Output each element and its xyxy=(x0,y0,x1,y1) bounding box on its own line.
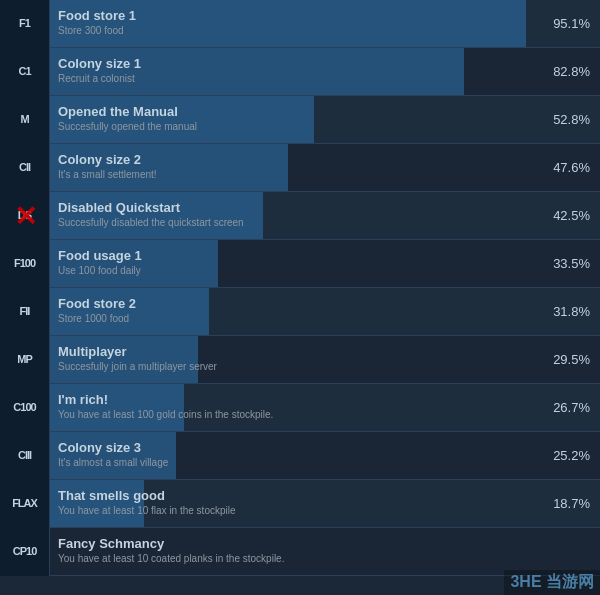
achievement-desc: It's almost a small village xyxy=(58,457,542,469)
achievement-row: C100I'm rich!You have at least 100 gold … xyxy=(0,384,600,432)
achievement-row: F100Food usage 1Use 100 food daily33.5% xyxy=(0,240,600,288)
achievement-icon: F1 xyxy=(0,0,50,48)
achievement-pct: 25.2% xyxy=(550,448,600,463)
achievement-pct: 82.8% xyxy=(550,64,600,79)
achievement-name: Opened the Manual xyxy=(58,104,542,121)
achievement-content: That smells goodYou have at least 10 fla… xyxy=(50,480,550,527)
achievement-name: Multiplayer xyxy=(58,344,542,361)
achievement-row: F1Food store 1Store 300 food95.1% xyxy=(0,0,600,48)
achievement-name: That smells good xyxy=(58,488,542,505)
achievement-content: Food store 1Store 300 food xyxy=(50,0,550,47)
achievement-desc: Succesfully opened the manual xyxy=(58,121,542,133)
achievement-pct: 31.8% xyxy=(550,304,600,319)
icon-label: F1 xyxy=(19,18,30,29)
icon-label: CIII xyxy=(18,450,31,461)
icon-label: MP xyxy=(17,354,32,365)
icon-label: C1 xyxy=(18,66,30,77)
achievement-icon: C100 xyxy=(0,384,50,432)
achievement-row: CIIColony size 2It's a small settlement!… xyxy=(0,144,600,192)
icon-label: CII xyxy=(19,162,30,173)
achievement-desc: Store 1000 food xyxy=(58,313,542,325)
achievement-icon: CP10 xyxy=(0,528,50,576)
achievement-desc: You have at least 100 gold coins in the … xyxy=(58,409,542,421)
achievement-icon: MP xyxy=(0,336,50,384)
achievement-content: I'm rich!You have at least 100 gold coin… xyxy=(50,384,550,431)
achievement-content: Disabled QuickstartSuccesfully disabled … xyxy=(50,192,550,239)
achievement-desc: It's a small settlement! xyxy=(58,169,542,181)
achievement-content: Opened the ManualSuccesfully opened the … xyxy=(50,96,550,143)
achievement-list: F1Food store 1Store 300 food95.1%C1Colon… xyxy=(0,0,600,576)
achievement-desc: You have at least 10 flax in the stockpi… xyxy=(58,505,542,517)
achievement-pct: 29.5% xyxy=(550,352,600,367)
achievement-pct: 33.5% xyxy=(550,256,600,271)
achievement-row: FIIFood store 2Store 1000 food31.8% xyxy=(0,288,600,336)
achievement-content: Food store 2Store 1000 food xyxy=(50,288,550,335)
achievement-desc: You have at least 10 coated planks in th… xyxy=(58,553,542,565)
achievement-content: Colony size 1Recruit a colonist xyxy=(50,48,550,95)
achievement-icon: CII xyxy=(0,144,50,192)
achievement-row: MPMultiplayerSuccesfully join a multipla… xyxy=(0,336,600,384)
achievement-pct: 26.7% xyxy=(550,400,600,415)
achievement-content: Fancy SchmancyYou have at least 10 coate… xyxy=(50,528,550,575)
achievement-row: FLAXThat smells goodYou have at least 10… xyxy=(0,480,600,528)
icon-label: FII xyxy=(20,306,30,317)
achievement-pct: 18.7% xyxy=(550,496,600,511)
achievement-desc: Succesfully disabled the quickstart scre… xyxy=(58,217,542,229)
achievement-icon: C1 xyxy=(0,48,50,96)
icon-label: CP10 xyxy=(13,546,37,557)
achievement-desc: Store 300 food xyxy=(58,25,542,37)
achievement-name: Food store 1 xyxy=(58,8,542,25)
watermark: 3HE 当游网 xyxy=(504,570,600,595)
achievement-content: Colony size 3It's almost a small village xyxy=(50,432,550,479)
achievement-pct: 47.6% xyxy=(550,160,600,175)
achievement-name: Colony size 3 xyxy=(58,440,542,457)
achievement-row: C1Colony size 1Recruit a colonist82.8% xyxy=(0,48,600,96)
achievement-content: Food usage 1Use 100 food daily xyxy=(50,240,550,287)
achievement-icon: FLAX xyxy=(0,480,50,528)
achievement-content: Colony size 2It's a small settlement! xyxy=(50,144,550,191)
achievement-name: I'm rich! xyxy=(58,392,542,409)
achievement-icon: CIII xyxy=(0,432,50,480)
icon-label: F100 xyxy=(14,258,35,269)
achievement-row: CIIIColony size 3It's almost a small vil… xyxy=(0,432,600,480)
achievement-name: Fancy Schmancy xyxy=(58,536,542,553)
achievement-pct: 52.8% xyxy=(550,112,600,127)
achievement-desc: Recruit a colonist xyxy=(58,73,542,85)
achievement-row: DS ✕ Disabled QuickstartSuccesfully disa… xyxy=(0,192,600,240)
achievement-icon: M xyxy=(0,96,50,144)
icon-label: FLAX xyxy=(12,498,37,509)
achievement-row: MOpened the ManualSuccesfully opened the… xyxy=(0,96,600,144)
achievement-pct: 95.1% xyxy=(550,16,600,31)
achievement-name: Colony size 2 xyxy=(58,152,542,169)
achievement-desc: Succesfully join a multiplayer server xyxy=(58,361,542,373)
icon-label: C100 xyxy=(13,402,35,413)
achievement-row: CP10Fancy SchmancyYou have at least 10 c… xyxy=(0,528,600,576)
achievement-name: Food store 2 xyxy=(58,296,542,313)
achievement-name: Colony size 1 xyxy=(58,56,542,73)
achievement-icon: FII xyxy=(0,288,50,336)
achievement-icon: F100 xyxy=(0,240,50,288)
achievement-icon: DS ✕ xyxy=(0,192,50,240)
achievement-name: Food usage 1 xyxy=(58,248,542,265)
achievement-pct: 42.5% xyxy=(550,208,600,223)
achievement-content: MultiplayerSuccesfully join a multiplaye… xyxy=(50,336,550,383)
achievement-name: Disabled Quickstart xyxy=(58,200,542,217)
icon-label: M xyxy=(20,114,28,125)
achievement-desc: Use 100 food daily xyxy=(58,265,542,277)
